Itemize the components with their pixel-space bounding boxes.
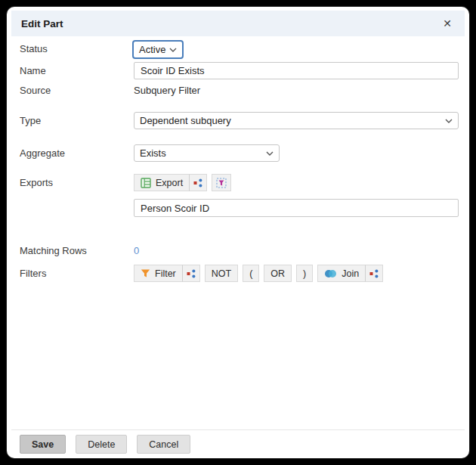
exports-toolbar: Export [134, 174, 231, 191]
type-select[interactable]: Dependent subquery [134, 112, 459, 129]
exports-label: Exports [20, 177, 53, 188]
filter-nodes-button[interactable] [182, 265, 200, 282]
delete-button[interactable]: Delete [76, 435, 127, 454]
join-button-group: Join [317, 265, 383, 282]
filter-button-label: Filter [155, 268, 176, 279]
chevron-down-icon [266, 151, 274, 156]
export-button-label: Export [156, 178, 183, 188]
export-button[interactable]: Export [134, 174, 190, 191]
footer-divider [11, 429, 465, 430]
export-table-icon [141, 178, 151, 188]
status-select[interactable]: Active [132, 40, 184, 59]
not-button[interactable]: NOT [205, 265, 238, 282]
name-input[interactable] [134, 62, 459, 79]
exports-value-input[interactable] [134, 199, 459, 217]
source-label: Source [20, 85, 51, 96]
matching-rows-value[interactable]: 0 [134, 245, 139, 256]
name-label: Name [20, 65, 46, 76]
dashed-funnel-icon [216, 178, 227, 188]
join-button[interactable]: Join [317, 265, 366, 282]
matching-rows-label: Matching Rows [20, 245, 87, 256]
venn-circles-icon [324, 269, 337, 278]
chevron-down-icon [445, 119, 453, 123]
close-paren-button[interactable]: ) [296, 265, 313, 282]
subquery-filter-button[interactable] [212, 174, 231, 191]
filters-label: Filters [20, 268, 46, 279]
filter-funnel-icon [141, 268, 150, 278]
edit-part-dialog: Edit Part ✕ Status Active Name Source Su… [7, 7, 469, 458]
nodes-icon [187, 269, 196, 278]
or-button[interactable]: OR [264, 265, 292, 282]
export-button-group: Export [134, 174, 207, 191]
source-value: Subquery Filter [134, 85, 200, 96]
close-icon[interactable]: ✕ [440, 17, 455, 30]
dialog-title: Edit Part [21, 18, 63, 29]
join-button-label: Join [342, 268, 359, 279]
type-select-value: Dependent subquery [140, 115, 231, 126]
save-button[interactable]: Save [20, 435, 66, 454]
nodes-icon [369, 269, 379, 278]
join-nodes-button[interactable] [365, 265, 383, 282]
status-label: Status [20, 43, 48, 54]
dialog-header: Edit Part ✕ [11, 11, 465, 36]
filters-toolbar: Filter NOT ( OR ) [134, 265, 383, 282]
filter-button-group: Filter [134, 265, 200, 282]
type-label: Type [20, 115, 41, 126]
aggregate-select-value: Exists [140, 147, 166, 159]
nodes-icon [193, 178, 202, 188]
status-select-value: Active [139, 44, 165, 55]
filter-button[interactable]: Filter [134, 265, 183, 282]
open-paren-button[interactable]: ( [243, 265, 259, 282]
cancel-button[interactable]: Cancel [137, 435, 190, 454]
export-nodes-button[interactable] [189, 174, 207, 191]
footer-buttons: Save Delete Cancel [20, 435, 190, 454]
aggregate-select[interactable]: Exists [134, 144, 280, 162]
chevron-down-icon [169, 48, 177, 52]
aggregate-label: Aggregate [20, 147, 65, 159]
